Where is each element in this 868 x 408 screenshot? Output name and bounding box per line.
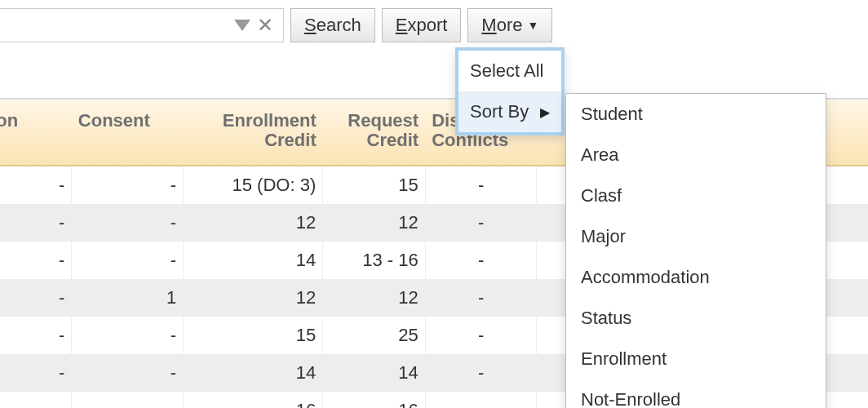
sort-option-enrollment[interactable]: Enrollment xyxy=(566,339,826,379)
table-cell: - xyxy=(0,242,72,279)
menu-item-label: Enrollment xyxy=(581,348,666,370)
table-cell: 12 xyxy=(323,204,425,242)
col-header-enrollment-credit[interactable]: EnrollmentCredit xyxy=(184,99,323,166)
more-menu: Select All Sort By ▶ xyxy=(455,47,565,135)
table-cell: - xyxy=(0,279,72,317)
submenu-arrow-icon: ▶ xyxy=(540,104,550,120)
sort-option-clasf[interactable]: Clasf xyxy=(566,175,826,216)
table-cell: - xyxy=(72,242,184,279)
table-cell: 1 xyxy=(72,279,184,317)
menu-item-sort-by[interactable]: Sort By ▶ xyxy=(458,91,561,132)
search-button-label-underline: S xyxy=(304,15,317,35)
table-cell: - xyxy=(425,242,537,279)
export-button[interactable]: Export xyxy=(382,8,462,42)
export-button-label-rest: xport xyxy=(407,15,447,35)
search-button-label-rest: earch xyxy=(317,15,361,35)
table-cell: - xyxy=(72,317,184,354)
menu-item-label: Major xyxy=(581,226,626,247)
close-icon[interactable]: ✕ xyxy=(254,14,277,37)
sort-option-major[interactable]: Major xyxy=(566,216,826,257)
chevron-down-icon[interactable] xyxy=(231,20,254,31)
table-cell: 12 xyxy=(184,279,323,317)
table-cell: - xyxy=(0,354,72,392)
menu-item-label: Student xyxy=(581,104,643,125)
menu-item-label: Clasf xyxy=(581,185,622,206)
dropdown-caret-icon: ▼ xyxy=(527,19,538,32)
menu-item-label: Sort By xyxy=(470,101,529,122)
svg-marker-0 xyxy=(234,20,250,31)
table-cell: 15 xyxy=(323,166,425,204)
col-header-consent[interactable]: Consent xyxy=(72,99,184,166)
table-cell: - xyxy=(72,354,184,392)
col-header-1[interactable]: tion xyxy=(0,99,72,166)
sort-option-area[interactable]: Area xyxy=(566,135,826,175)
table-cell: 12 xyxy=(323,279,425,317)
table-cell: 25 xyxy=(323,317,425,354)
table-cell: - xyxy=(425,279,537,317)
table-cell: - xyxy=(72,166,184,204)
table-cell: 16 xyxy=(184,392,323,408)
search-input[interactable]: ✕ xyxy=(0,8,284,42)
table-cell: - xyxy=(425,166,537,204)
table-cell: 13 - 16 xyxy=(323,242,425,279)
table-cell: 16 xyxy=(323,392,425,408)
table-cell: 14 xyxy=(184,242,323,279)
table-cell: - xyxy=(425,317,537,354)
menu-item-label: Status xyxy=(581,308,631,329)
sort-option-not-enrolled[interactable]: Not-Enrolled xyxy=(566,379,826,408)
table-cell: - xyxy=(72,204,184,242)
table-cell: 14 xyxy=(184,354,323,392)
table-cell: - xyxy=(0,204,72,242)
search-button[interactable]: Search xyxy=(290,8,375,42)
sort-by-submenu: Student Area Clasf Major Accommodation S… xyxy=(565,93,826,408)
col-header-request-credit[interactable]: RequestCredit xyxy=(323,99,425,166)
table-cell: - xyxy=(425,392,537,408)
table-cell: - xyxy=(425,204,537,242)
table-cell: - xyxy=(72,392,184,408)
table-cell: - xyxy=(0,317,72,354)
more-button[interactable]: More ▼ xyxy=(467,8,552,42)
table-cell: 12 xyxy=(184,204,323,242)
table-cell: 15 xyxy=(184,317,323,354)
toolbar: ✕ Search Export More ▼ xyxy=(0,8,552,42)
menu-item-label: Area xyxy=(581,144,618,166)
menu-item-label: Accommodation xyxy=(581,267,710,288)
table-cell: 14 xyxy=(323,354,425,392)
table-cell: - xyxy=(425,354,537,392)
sort-option-accommodation[interactable]: Accommodation xyxy=(566,257,826,298)
export-button-label-underline: E xyxy=(396,15,408,35)
table-cell: - xyxy=(0,392,72,408)
table-cell: 15 (DO: 3) xyxy=(184,166,323,204)
more-button-label-underline: M xyxy=(481,15,496,35)
sort-option-status[interactable]: Status xyxy=(566,298,826,339)
menu-item-label: Not-Enrolled xyxy=(581,389,680,408)
menu-item-label: Select All xyxy=(470,60,544,82)
more-button-label-rest: ore xyxy=(497,15,523,35)
sort-option-student[interactable]: Student xyxy=(566,94,826,135)
menu-item-select-all[interactable]: Select All xyxy=(458,51,561,91)
table-cell: - xyxy=(0,166,72,204)
